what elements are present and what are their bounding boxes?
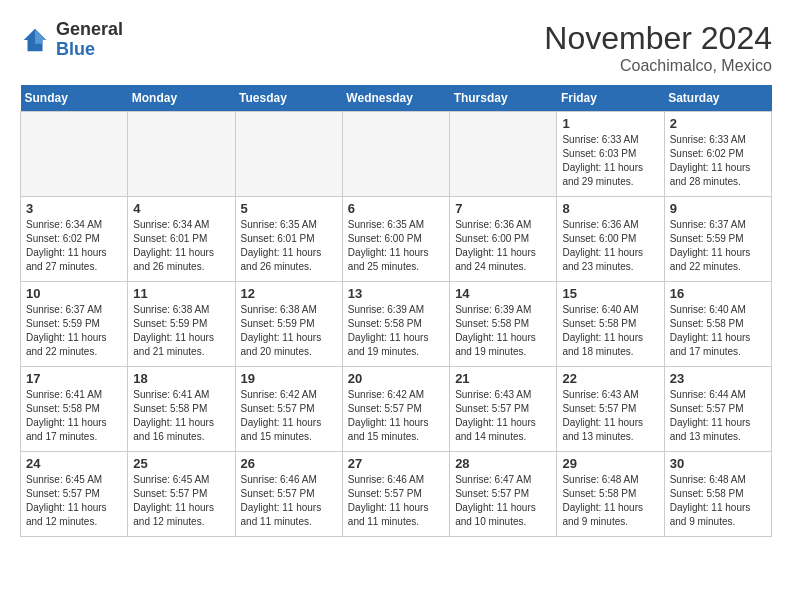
day-info: Sunrise: 6:37 AM Sunset: 5:59 PM Dayligh… bbox=[670, 218, 766, 274]
calendar-cell: 16Sunrise: 6:40 AM Sunset: 5:58 PM Dayli… bbox=[664, 282, 771, 367]
day-info: Sunrise: 6:46 AM Sunset: 5:57 PM Dayligh… bbox=[241, 473, 337, 529]
day-number: 22 bbox=[562, 371, 658, 386]
calendar-table: SundayMondayTuesdayWednesdayThursdayFrid… bbox=[20, 85, 772, 537]
day-info: Sunrise: 6:42 AM Sunset: 5:57 PM Dayligh… bbox=[348, 388, 444, 444]
calendar-cell: 11Sunrise: 6:38 AM Sunset: 5:59 PM Dayli… bbox=[128, 282, 235, 367]
day-number: 6 bbox=[348, 201, 444, 216]
day-number: 29 bbox=[562, 456, 658, 471]
day-info: Sunrise: 6:38 AM Sunset: 5:59 PM Dayligh… bbox=[133, 303, 229, 359]
calendar-cell: 19Sunrise: 6:42 AM Sunset: 5:57 PM Dayli… bbox=[235, 367, 342, 452]
calendar-cell: 10Sunrise: 6:37 AM Sunset: 5:59 PM Dayli… bbox=[21, 282, 128, 367]
day-info: Sunrise: 6:43 AM Sunset: 5:57 PM Dayligh… bbox=[455, 388, 551, 444]
calendar-cell: 15Sunrise: 6:40 AM Sunset: 5:58 PM Dayli… bbox=[557, 282, 664, 367]
page-header: General Blue November 2024 Coachimalco, … bbox=[20, 20, 772, 75]
day-number: 5 bbox=[241, 201, 337, 216]
day-number: 18 bbox=[133, 371, 229, 386]
calendar-cell: 30Sunrise: 6:48 AM Sunset: 5:58 PM Dayli… bbox=[664, 452, 771, 537]
calendar-cell: 28Sunrise: 6:47 AM Sunset: 5:57 PM Dayli… bbox=[450, 452, 557, 537]
month-title: November 2024 bbox=[544, 20, 772, 57]
day-info: Sunrise: 6:48 AM Sunset: 5:58 PM Dayligh… bbox=[562, 473, 658, 529]
calendar-cell: 3Sunrise: 6:34 AM Sunset: 6:02 PM Daylig… bbox=[21, 197, 128, 282]
calendar-cell bbox=[450, 112, 557, 197]
day-info: Sunrise: 6:39 AM Sunset: 5:58 PM Dayligh… bbox=[348, 303, 444, 359]
col-header-monday: Monday bbox=[128, 85, 235, 112]
day-number: 23 bbox=[670, 371, 766, 386]
day-info: Sunrise: 6:47 AM Sunset: 5:57 PM Dayligh… bbox=[455, 473, 551, 529]
day-info: Sunrise: 6:35 AM Sunset: 6:01 PM Dayligh… bbox=[241, 218, 337, 274]
day-info: Sunrise: 6:34 AM Sunset: 6:01 PM Dayligh… bbox=[133, 218, 229, 274]
calendar-cell: 7Sunrise: 6:36 AM Sunset: 6:00 PM Daylig… bbox=[450, 197, 557, 282]
calendar-cell: 9Sunrise: 6:37 AM Sunset: 5:59 PM Daylig… bbox=[664, 197, 771, 282]
day-info: Sunrise: 6:40 AM Sunset: 5:58 PM Dayligh… bbox=[670, 303, 766, 359]
logo-icon bbox=[20, 25, 50, 55]
day-info: Sunrise: 6:43 AM Sunset: 5:57 PM Dayligh… bbox=[562, 388, 658, 444]
day-number: 15 bbox=[562, 286, 658, 301]
day-number: 28 bbox=[455, 456, 551, 471]
day-info: Sunrise: 6:45 AM Sunset: 5:57 PM Dayligh… bbox=[133, 473, 229, 529]
calendar-cell: 6Sunrise: 6:35 AM Sunset: 6:00 PM Daylig… bbox=[342, 197, 449, 282]
calendar-cell bbox=[342, 112, 449, 197]
day-number: 12 bbox=[241, 286, 337, 301]
day-info: Sunrise: 6:42 AM Sunset: 5:57 PM Dayligh… bbox=[241, 388, 337, 444]
calendar-cell: 24Sunrise: 6:45 AM Sunset: 5:57 PM Dayli… bbox=[21, 452, 128, 537]
calendar-cell bbox=[128, 112, 235, 197]
calendar-cell: 8Sunrise: 6:36 AM Sunset: 6:00 PM Daylig… bbox=[557, 197, 664, 282]
day-info: Sunrise: 6:41 AM Sunset: 5:58 PM Dayligh… bbox=[133, 388, 229, 444]
day-number: 26 bbox=[241, 456, 337, 471]
day-number: 27 bbox=[348, 456, 444, 471]
day-info: Sunrise: 6:46 AM Sunset: 5:57 PM Dayligh… bbox=[348, 473, 444, 529]
svg-marker-1 bbox=[35, 29, 46, 44]
calendar-cell: 17Sunrise: 6:41 AM Sunset: 5:58 PM Dayli… bbox=[21, 367, 128, 452]
day-number: 20 bbox=[348, 371, 444, 386]
title-block: November 2024 Coachimalco, Mexico bbox=[544, 20, 772, 75]
day-number: 3 bbox=[26, 201, 122, 216]
calendar-cell: 21Sunrise: 6:43 AM Sunset: 5:57 PM Dayli… bbox=[450, 367, 557, 452]
day-info: Sunrise: 6:33 AM Sunset: 6:03 PM Dayligh… bbox=[562, 133, 658, 189]
day-number: 17 bbox=[26, 371, 122, 386]
day-number: 13 bbox=[348, 286, 444, 301]
day-info: Sunrise: 6:37 AM Sunset: 5:59 PM Dayligh… bbox=[26, 303, 122, 359]
day-info: Sunrise: 6:36 AM Sunset: 6:00 PM Dayligh… bbox=[455, 218, 551, 274]
calendar-cell: 27Sunrise: 6:46 AM Sunset: 5:57 PM Dayli… bbox=[342, 452, 449, 537]
calendar-cell: 4Sunrise: 6:34 AM Sunset: 6:01 PM Daylig… bbox=[128, 197, 235, 282]
logo-blue: Blue bbox=[56, 40, 123, 60]
col-header-friday: Friday bbox=[557, 85, 664, 112]
day-number: 4 bbox=[133, 201, 229, 216]
day-info: Sunrise: 6:48 AM Sunset: 5:58 PM Dayligh… bbox=[670, 473, 766, 529]
day-info: Sunrise: 6:39 AM Sunset: 5:58 PM Dayligh… bbox=[455, 303, 551, 359]
calendar-cell: 20Sunrise: 6:42 AM Sunset: 5:57 PM Dayli… bbox=[342, 367, 449, 452]
calendar-cell: 26Sunrise: 6:46 AM Sunset: 5:57 PM Dayli… bbox=[235, 452, 342, 537]
day-number: 21 bbox=[455, 371, 551, 386]
location-title: Coachimalco, Mexico bbox=[544, 57, 772, 75]
calendar-cell: 18Sunrise: 6:41 AM Sunset: 5:58 PM Dayli… bbox=[128, 367, 235, 452]
day-number: 2 bbox=[670, 116, 766, 131]
calendar-cell: 13Sunrise: 6:39 AM Sunset: 5:58 PM Dayli… bbox=[342, 282, 449, 367]
calendar-cell bbox=[235, 112, 342, 197]
day-number: 19 bbox=[241, 371, 337, 386]
calendar-cell bbox=[21, 112, 128, 197]
logo-text: General Blue bbox=[56, 20, 123, 60]
day-info: Sunrise: 6:33 AM Sunset: 6:02 PM Dayligh… bbox=[670, 133, 766, 189]
day-info: Sunrise: 6:41 AM Sunset: 5:58 PM Dayligh… bbox=[26, 388, 122, 444]
day-info: Sunrise: 6:34 AM Sunset: 6:02 PM Dayligh… bbox=[26, 218, 122, 274]
day-number: 8 bbox=[562, 201, 658, 216]
calendar-cell: 12Sunrise: 6:38 AM Sunset: 5:59 PM Dayli… bbox=[235, 282, 342, 367]
logo: General Blue bbox=[20, 20, 123, 60]
calendar-cell: 29Sunrise: 6:48 AM Sunset: 5:58 PM Dayli… bbox=[557, 452, 664, 537]
day-number: 30 bbox=[670, 456, 766, 471]
calendar-cell: 23Sunrise: 6:44 AM Sunset: 5:57 PM Dayli… bbox=[664, 367, 771, 452]
col-header-thursday: Thursday bbox=[450, 85, 557, 112]
col-header-tuesday: Tuesday bbox=[235, 85, 342, 112]
col-header-sunday: Sunday bbox=[21, 85, 128, 112]
day-number: 16 bbox=[670, 286, 766, 301]
calendar-cell: 22Sunrise: 6:43 AM Sunset: 5:57 PM Dayli… bbox=[557, 367, 664, 452]
day-number: 1 bbox=[562, 116, 658, 131]
day-number: 25 bbox=[133, 456, 229, 471]
calendar-cell: 5Sunrise: 6:35 AM Sunset: 6:01 PM Daylig… bbox=[235, 197, 342, 282]
day-info: Sunrise: 6:36 AM Sunset: 6:00 PM Dayligh… bbox=[562, 218, 658, 274]
day-number: 24 bbox=[26, 456, 122, 471]
day-info: Sunrise: 6:38 AM Sunset: 5:59 PM Dayligh… bbox=[241, 303, 337, 359]
calendar-cell: 2Sunrise: 6:33 AM Sunset: 6:02 PM Daylig… bbox=[664, 112, 771, 197]
logo-general: General bbox=[56, 20, 123, 40]
col-header-saturday: Saturday bbox=[664, 85, 771, 112]
